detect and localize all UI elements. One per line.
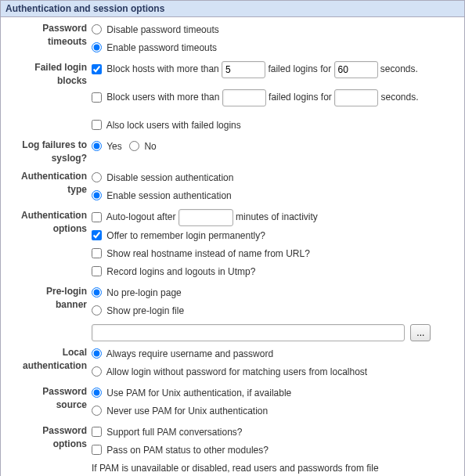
- row-auth-options: Authentication options Auto-logout after…: [1, 207, 464, 282]
- radio-enable-timeouts[interactable]: [92, 42, 102, 52]
- form-body: Password timeouts Disable password timeo…: [1, 17, 464, 476]
- label-always-require: Always require username and password: [106, 348, 273, 359]
- radio-never-pam[interactable]: [92, 406, 102, 416]
- text-block-hosts-post: seconds.: [380, 63, 418, 74]
- check-also-lock-users[interactable]: [92, 120, 102, 130]
- radio-no-prelogin[interactable]: [92, 287, 102, 298]
- radio-disable-session-auth[interactable]: [92, 172, 102, 182]
- radio-disable-timeouts[interactable]: [92, 24, 102, 34]
- radio-allow-no-password[interactable]: [92, 366, 102, 377]
- row-auth-type: Authentication type Disable session auth…: [1, 168, 464, 206]
- label-remember-login: Offer to remember login permanently?: [106, 230, 265, 241]
- label-disable-session-auth: Disable session authentication: [106, 172, 233, 183]
- row-password-options: Password options Support full PAM conver…: [1, 423, 464, 476]
- check-record-utmp[interactable]: [92, 266, 102, 276]
- text-auto-logout-pre: Auto-logout after: [106, 211, 176, 222]
- label-disable-timeouts: Disable password timeouts: [106, 24, 218, 35]
- text-block-users-mid: failed logins for: [269, 92, 332, 103]
- row-log-syslog: Log failures to syslog? Yes No: [1, 137, 464, 167]
- text-pam-fallback: If PAM is unavailable or disabled, read …: [92, 460, 460, 476]
- input-block-users-seconds[interactable]: [334, 89, 378, 106]
- label-password-source: Password source: [1, 384, 90, 413]
- label-local-auth: Local authentication: [1, 344, 90, 374]
- label-auth-options: Authentication options: [1, 207, 90, 237]
- check-full-pam[interactable]: [92, 427, 102, 437]
- label-prelogin-banner: Pre-login banner: [1, 283, 90, 313]
- label-password-options: Password options: [1, 423, 90, 453]
- label-password-timeouts: Password timeouts: [1, 20, 90, 50]
- text-block-hosts-pre: Block hosts with more than: [106, 63, 218, 74]
- label-full-pam: Support full PAM conversations?: [106, 427, 242, 438]
- label-log-syslog: Log failures to syslog?: [1, 137, 90, 167]
- label-syslog-no: No: [144, 141, 156, 152]
- radio-show-prelogin-file[interactable]: [92, 305, 102, 316]
- label-use-pam: Use PAM for Unix authentication, if avai…: [106, 388, 291, 398]
- label-also-lock-users: Also lock users with failed logins: [106, 120, 241, 131]
- row-failed-login-blocks: Failed login blocks Block hosts with mor…: [1, 60, 464, 135]
- radio-enable-session-auth[interactable]: [92, 190, 102, 200]
- radio-use-pam[interactable]: [92, 388, 102, 398]
- label-never-pam: Never use PAM for Unix authentication: [106, 406, 268, 416]
- text-auto-logout-post: minutes of inactivity: [236, 211, 318, 222]
- text-block-users-post: seconds.: [381, 92, 419, 103]
- browse-button[interactable]: ...: [410, 324, 431, 341]
- check-block-hosts[interactable]: [92, 64, 102, 74]
- label-pass-on-pam: Pass on PAM status to other modules?: [106, 445, 269, 456]
- input-block-hosts-seconds[interactable]: [334, 61, 378, 78]
- input-prelogin-file[interactable]: [92, 324, 405, 341]
- label-failed-login-blocks: Failed login blocks: [1, 60, 90, 89]
- check-remember-login[interactable]: [92, 230, 102, 240]
- input-auto-logout-minutes[interactable]: [178, 209, 233, 226]
- check-pass-on-pam[interactable]: [92, 445, 102, 455]
- row-prelogin-banner: Pre-login banner No pre-login page Show …: [1, 283, 464, 343]
- label-enable-timeouts: Enable password timeouts: [106, 42, 217, 53]
- label-no-prelogin: No pre-login page: [106, 287, 181, 298]
- panel-title: Authentication and session options: [1, 1, 464, 17]
- label-show-prelogin-file: Show pre-login file: [106, 305, 184, 316]
- text-block-hosts-mid: failed logins for: [268, 63, 331, 74]
- input-block-hosts-count[interactable]: [222, 61, 265, 78]
- label-record-utmp: Record logins and logouts in Utmp?: [106, 266, 255, 277]
- auth-session-panel: Authentication and session options Passw…: [0, 0, 465, 476]
- label-allow-no-password: Allow login without password for matchin…: [106, 366, 367, 377]
- radio-syslog-no[interactable]: [129, 141, 139, 151]
- check-auto-logout[interactable]: [92, 212, 102, 222]
- label-enable-session-auth: Enable session authentication: [106, 190, 231, 201]
- label-show-hostname: Show real hostname instead of name from …: [106, 248, 309, 259]
- label-syslog-yes: Yes: [106, 141, 122, 152]
- row-password-timeouts: Password timeouts Disable password timeo…: [1, 20, 464, 58]
- row-password-source: Password source Use PAM for Unix authent…: [1, 384, 464, 421]
- check-block-users[interactable]: [92, 92, 102, 103]
- radio-always-require[interactable]: [92, 348, 102, 359]
- row-local-auth: Local authentication Always require user…: [1, 344, 464, 382]
- input-block-users-count[interactable]: [222, 89, 266, 106]
- label-auth-type: Authentication type: [1, 168, 90, 198]
- check-show-hostname[interactable]: [92, 248, 102, 258]
- radio-syslog-yes[interactable]: [92, 141, 102, 151]
- text-block-users-pre: Block users with more than: [106, 92, 219, 103]
